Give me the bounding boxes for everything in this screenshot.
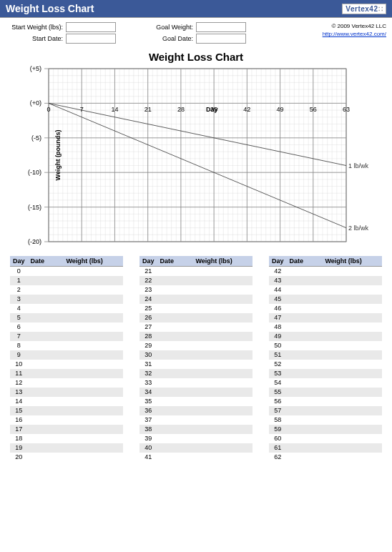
- weight-cell[interactable]: [64, 443, 123, 453]
- date-cell[interactable]: [28, 313, 64, 322]
- weight-cell[interactable]: [64, 397, 123, 406]
- start-date-input[interactable]: [66, 34, 116, 44]
- weight-cell[interactable]: [64, 434, 123, 443]
- weight-cell[interactable]: [323, 434, 382, 443]
- weight-cell[interactable]: [323, 443, 382, 453]
- weight-cell[interactable]: [193, 388, 253, 397]
- weight-cell[interactable]: [323, 406, 382, 415]
- weight-cell[interactable]: [323, 285, 382, 295]
- date-cell[interactable]: [157, 322, 193, 332]
- date-cell[interactable]: [28, 434, 64, 443]
- weight-cell[interactable]: [193, 415, 253, 425]
- weight-cell[interactable]: [64, 295, 123, 304]
- date-cell[interactable]: [287, 425, 323, 434]
- weight-cell[interactable]: [64, 369, 123, 378]
- weight-cell[interactable]: [193, 332, 253, 341]
- date-cell[interactable]: [28, 341, 64, 350]
- date-cell[interactable]: [157, 285, 193, 295]
- weight-cell[interactable]: [323, 341, 382, 350]
- date-cell[interactable]: [287, 397, 323, 406]
- weight-cell[interactable]: [193, 425, 253, 434]
- date-cell[interactable]: [287, 443, 323, 453]
- weight-cell[interactable]: [64, 360, 123, 369]
- weight-cell[interactable]: [323, 267, 382, 276]
- weight-cell[interactable]: [64, 285, 123, 295]
- date-cell[interactable]: [157, 313, 193, 322]
- date-cell[interactable]: [157, 388, 193, 397]
- date-cell[interactable]: [287, 341, 323, 350]
- date-cell[interactable]: [28, 397, 64, 406]
- date-cell[interactable]: [157, 378, 193, 388]
- weight-cell[interactable]: [323, 313, 382, 322]
- weight-cell[interactable]: [64, 415, 123, 425]
- date-cell[interactable]: [28, 276, 64, 285]
- weight-cell[interactable]: [193, 276, 253, 285]
- weight-cell[interactable]: [64, 276, 123, 285]
- date-cell[interactable]: [157, 453, 193, 462]
- date-cell[interactable]: [28, 369, 64, 378]
- date-cell[interactable]: [28, 425, 64, 434]
- weight-cell[interactable]: [323, 397, 382, 406]
- goal-weight-input[interactable]: [196, 22, 246, 32]
- weight-cell[interactable]: [64, 453, 123, 462]
- weight-cell[interactable]: [193, 295, 253, 304]
- date-cell[interactable]: [287, 378, 323, 388]
- weight-cell[interactable]: [323, 360, 382, 369]
- date-cell[interactable]: [287, 350, 323, 360]
- weight-cell[interactable]: [64, 313, 123, 322]
- date-cell[interactable]: [157, 369, 193, 378]
- date-cell[interactable]: [287, 415, 323, 425]
- date-cell[interactable]: [28, 406, 64, 415]
- date-cell[interactable]: [287, 406, 323, 415]
- date-cell[interactable]: [157, 434, 193, 443]
- date-cell[interactable]: [287, 276, 323, 285]
- date-cell[interactable]: [157, 406, 193, 415]
- date-cell[interactable]: [28, 322, 64, 332]
- date-cell[interactable]: [287, 360, 323, 369]
- weight-cell[interactable]: [64, 406, 123, 415]
- weight-cell[interactable]: [64, 341, 123, 350]
- date-cell[interactable]: [287, 453, 323, 462]
- date-cell[interactable]: [287, 295, 323, 304]
- weight-cell[interactable]: [323, 276, 382, 285]
- date-cell[interactable]: [157, 443, 193, 453]
- date-cell[interactable]: [287, 313, 323, 322]
- weight-cell[interactable]: [193, 285, 253, 295]
- date-cell[interactable]: [287, 434, 323, 443]
- date-cell[interactable]: [28, 295, 64, 304]
- weight-cell[interactable]: [193, 406, 253, 415]
- date-cell[interactable]: [287, 388, 323, 397]
- weight-cell[interactable]: [64, 388, 123, 397]
- date-cell[interactable]: [157, 397, 193, 406]
- date-cell[interactable]: [157, 350, 193, 360]
- weight-cell[interactable]: [323, 378, 382, 388]
- date-cell[interactable]: [28, 304, 64, 313]
- date-cell[interactable]: [157, 360, 193, 369]
- weight-cell[interactable]: [323, 415, 382, 425]
- weight-cell[interactable]: [193, 304, 253, 313]
- weight-cell[interactable]: [193, 434, 253, 443]
- weight-cell[interactable]: [323, 388, 382, 397]
- goal-date-input[interactable]: [196, 34, 246, 44]
- start-weight-input[interactable]: [66, 22, 116, 32]
- weight-cell[interactable]: [193, 313, 253, 322]
- date-cell[interactable]: [287, 322, 323, 332]
- weight-cell[interactable]: [323, 322, 382, 332]
- weight-cell[interactable]: [323, 425, 382, 434]
- weight-cell[interactable]: [193, 341, 253, 350]
- weight-cell[interactable]: [323, 369, 382, 378]
- weight-cell[interactable]: [64, 267, 123, 276]
- date-cell[interactable]: [28, 350, 64, 360]
- weight-cell[interactable]: [193, 369, 253, 378]
- date-cell[interactable]: [157, 276, 193, 285]
- date-cell[interactable]: [287, 369, 323, 378]
- date-cell[interactable]: [157, 295, 193, 304]
- date-cell[interactable]: [157, 332, 193, 341]
- date-cell[interactable]: [28, 443, 64, 453]
- date-cell[interactable]: [28, 453, 64, 462]
- weight-cell[interactable]: [64, 332, 123, 341]
- date-cell[interactable]: [157, 341, 193, 350]
- weight-cell[interactable]: [193, 350, 253, 360]
- weight-cell[interactable]: [193, 453, 253, 462]
- weight-cell[interactable]: [323, 453, 382, 462]
